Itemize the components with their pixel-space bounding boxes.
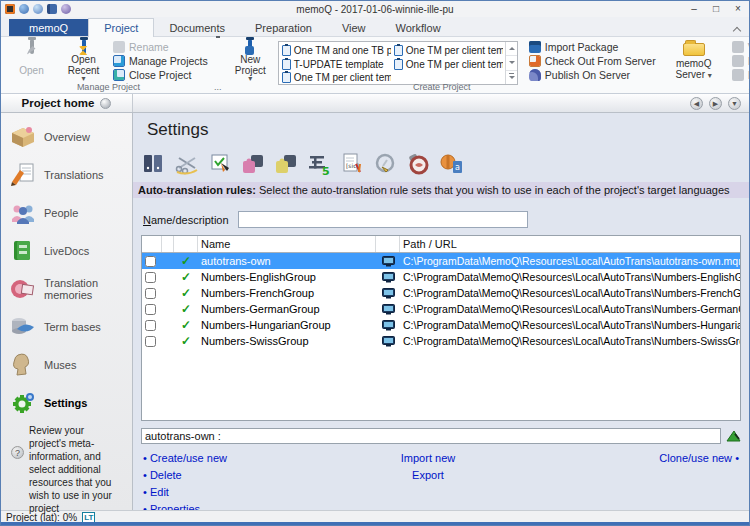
- translations-icon: [9, 161, 37, 189]
- export-link[interactable]: Export: [412, 469, 444, 481]
- header-status-col: [174, 236, 198, 252]
- lqa-models-icon[interactable]: [405, 152, 431, 176]
- group-label: Archive/Backup: [726, 82, 750, 92]
- import-new-link[interactable]: Import new: [401, 452, 455, 464]
- close-button[interactable]: ×: [727, 1, 749, 17]
- manage-projects-button[interactable]: Manage Projects: [111, 55, 210, 67]
- clone-use-new-link[interactable]: Clone/use new: [659, 452, 739, 464]
- edit-description-icon[interactable]: [726, 429, 741, 444]
- row-checkbox[interactable]: [145, 272, 156, 283]
- livedocs-settings-icon[interactable]: [273, 152, 299, 176]
- sync-icon[interactable]: [33, 4, 43, 14]
- row-checkbox[interactable]: [145, 336, 156, 347]
- sidebar-item-translation-memories[interactable]: Translation memories: [1, 270, 132, 308]
- maximize-button[interactable]: □: [705, 1, 727, 17]
- template-icon: [394, 45, 403, 56]
- resource-console-icon[interactable]: [47, 4, 57, 14]
- open-recent-button[interactable]: Open Recent ▾: [59, 39, 108, 80]
- memoq-logo-icon[interactable]: [5, 4, 15, 14]
- project-home-tab[interactable]: Project home: [1, 94, 133, 112]
- sidebar-item-muses[interactable]: Muses: [1, 346, 132, 384]
- sidebar-item-people[interactable]: People: [1, 194, 132, 232]
- gallery-scroll-up-icon[interactable]: [506, 42, 517, 56]
- check-out-from-server-button[interactable]: Check Out From Server: [527, 55, 658, 67]
- rename-icon: [113, 41, 125, 53]
- nav-back-button[interactable]: ◀: [690, 97, 703, 110]
- local-resource-icon: [376, 285, 400, 301]
- auto-translation-rules-icon[interactable]: 5: [306, 152, 332, 176]
- open-button: Open: [7, 39, 56, 80]
- name-description-filter-input[interactable]: [238, 211, 528, 228]
- tab-view[interactable]: View: [327, 19, 381, 36]
- table-row[interactable]: ✓ Numbers-FrenchGroup C:\ProgramData\Mem…: [142, 285, 740, 301]
- available-check-icon: ✓: [181, 334, 191, 348]
- resource-actions: Create/use new Delete Edit Properties Im…: [143, 452, 739, 510]
- template-item[interactable]: One TM per client template 2: [394, 44, 503, 57]
- memoq-server-button[interactable]: memoQ Server ▾: [666, 39, 722, 80]
- restore-icon: [732, 69, 744, 81]
- nav-menu-button[interactable]: ▼: [728, 97, 741, 110]
- table-row[interactable]: ✓ autotrans-own C:\ProgramData\MemoQ\Res…: [142, 253, 740, 269]
- tab-memoq[interactable]: memoQ: [9, 19, 88, 36]
- segmentation-rules-icon[interactable]: [174, 152, 200, 176]
- sidebar-item-term-bases[interactable]: Term bases: [1, 308, 132, 346]
- group-manage-project: Open Open Recent ▾ Rename Manage Project…: [3, 38, 214, 93]
- collapse-ribbon-icon[interactable]: [733, 25, 741, 33]
- row-checkbox[interactable]: [145, 304, 156, 315]
- nav-forward-button[interactable]: ▶: [709, 97, 722, 110]
- table-row[interactable]: ✓ Numbers-EnglishGroup C:\ProgramData\Me…: [142, 269, 740, 285]
- gallery-scroll-down-icon[interactable]: [506, 56, 517, 70]
- create-use-new-link[interactable]: Create/use new: [143, 452, 353, 464]
- quick-access-toolbar: [1, 4, 71, 14]
- row-checkbox[interactable]: [145, 256, 156, 267]
- help-question-icon[interactable]: ?: [11, 446, 24, 459]
- general-settings-icon[interactable]: [141, 152, 167, 176]
- local-resource-icon: [376, 317, 400, 333]
- group-server: memoQ Server ▾: [662, 38, 726, 93]
- overview-icon: [9, 123, 37, 151]
- header-name[interactable]: Name: [198, 236, 376, 252]
- auto-correct-icon[interactable]: [372, 152, 398, 176]
- non-translatables-icon[interactable]: [sic]: [339, 152, 365, 176]
- group-archive-backup: View Recycle Bin Back Up Restore Archive…: [726, 38, 750, 93]
- publish-on-server-button[interactable]: Publish On Server: [527, 69, 658, 81]
- row-name: Numbers-HungarianGroup: [198, 317, 376, 333]
- template-item[interactable]: One TM per client template: [394, 58, 503, 71]
- sidebar-item-settings[interactable]: Settings: [1, 384, 132, 422]
- edit-link[interactable]: Edit: [143, 486, 353, 498]
- new-project-button[interactable]: New Project ▾: [226, 39, 275, 80]
- band-text: Select the auto-translation rule sets th…: [259, 184, 730, 196]
- translation-memories-icon: [9, 275, 37, 303]
- properties-link[interactable]: Properties: [143, 503, 353, 510]
- delete-link[interactable]: Delete: [143, 469, 353, 481]
- sidebar-item-translations[interactable]: Translations: [1, 156, 132, 194]
- tab-preparation[interactable]: Preparation: [240, 19, 327, 36]
- sidebar-item-overview[interactable]: Overview: [1, 118, 132, 156]
- template-item[interactable]: One TM and one TB per ...: [282, 44, 391, 57]
- tm-settings-icon[interactable]: [240, 152, 266, 176]
- row-checkbox[interactable]: [145, 288, 156, 299]
- tab-project[interactable]: Project: [88, 18, 154, 37]
- header-path[interactable]: Path / URL: [400, 236, 740, 252]
- sidebar-item-livedocs[interactable]: LiveDocs: [1, 232, 132, 270]
- import-package-button[interactable]: Import Package: [527, 41, 658, 53]
- table-row[interactable]: ✓ Numbers-GermanGroup C:\ProgramData\Mem…: [142, 301, 740, 317]
- tab-documents[interactable]: Documents: [154, 19, 240, 36]
- minimize-button[interactable]: –: [683, 1, 705, 17]
- close-project-button[interactable]: Close Project: [111, 69, 210, 81]
- row-name: Numbers-SwissGroup: [198, 333, 376, 349]
- options-icon[interactable]: [61, 4, 71, 14]
- tab-workflow[interactable]: Workflow: [381, 19, 456, 36]
- template-item[interactable]: T-UPDATE template: [282, 58, 391, 71]
- resource-description-editor[interactable]: autotrans-own :: [141, 428, 721, 444]
- font-substitution-icon[interactable]: a: [438, 152, 464, 176]
- table-row[interactable]: ✓ Numbers-SwissGroup C:\ProgramData\Memo…: [142, 333, 740, 349]
- qa-settings-icon[interactable]: [207, 152, 233, 176]
- gallery-scrollbar: [505, 42, 517, 84]
- open-recent-icon: [74, 41, 94, 52]
- local-resource-icon: [376, 269, 400, 285]
- table-row[interactable]: ✓ Numbers-HungarianGroup C:\ProgramData\…: [142, 317, 740, 333]
- row-checkbox[interactable]: [145, 320, 156, 331]
- header-checkbox-col: [142, 236, 162, 252]
- help-icon[interactable]: [19, 4, 29, 14]
